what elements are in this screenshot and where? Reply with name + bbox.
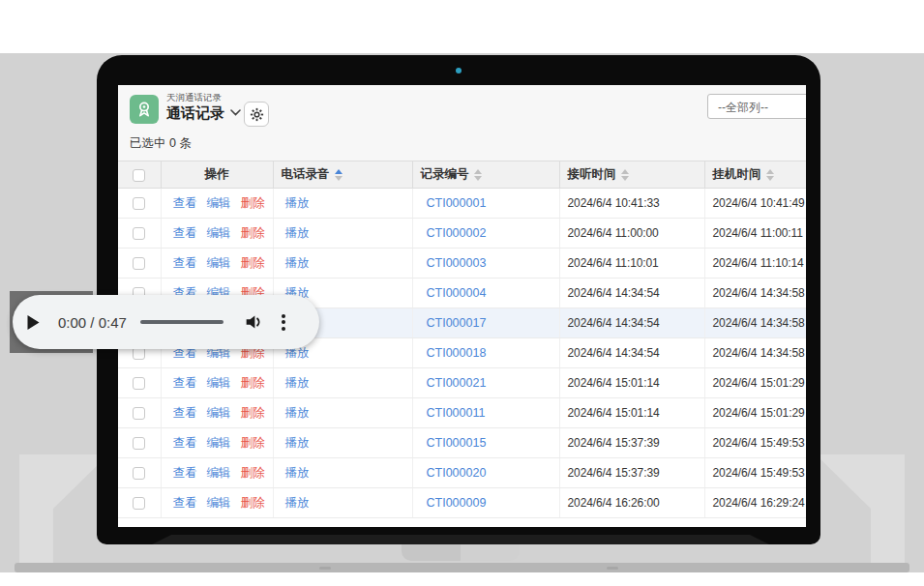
chevron-down-icon[interactable] [230, 109, 241, 116]
record-id-link[interactable]: CTI000002 [427, 226, 487, 240]
play-recording-link[interactable]: 播放 [285, 256, 310, 270]
delete-link[interactable]: 删除 [241, 496, 265, 510]
column-filter-select[interactable]: --全部列-- [707, 94, 806, 119]
record-id-cell: CTI000002 [412, 219, 559, 249]
play-recording-link[interactable]: 播放 [285, 496, 310, 510]
sort-arrows-icon[interactable] [335, 169, 343, 181]
row-checkbox-cell [118, 368, 161, 398]
actions-cell: 查看编辑删除 [161, 368, 273, 398]
delete-link[interactable]: 删除 [241, 196, 265, 210]
row-checkbox[interactable] [133, 407, 145, 420]
play-recording-link[interactable]: 播放 [285, 436, 310, 450]
row-checkbox[interactable] [133, 197, 145, 210]
column-label: 记录编号 [421, 167, 469, 181]
column-header-hangup_time[interactable]: 挂机时间 [704, 161, 806, 189]
column-header-answer_time[interactable]: 接听时间 [559, 161, 704, 189]
recording-cell: 播放 [273, 219, 412, 249]
table-header-checkbox-cell [118, 161, 161, 189]
view-link[interactable]: 查看 [173, 406, 197, 420]
edit-link[interactable]: 编辑 [207, 466, 231, 480]
column-header-actions: 操作 [161, 161, 273, 189]
view-link[interactable]: 查看 [173, 256, 197, 270]
audio-time: 0:00 / 0:47 [58, 314, 127, 331]
play-recording-link[interactable]: 播放 [285, 376, 310, 390]
select-all-checkbox[interactable] [133, 169, 145, 182]
play-recording-link[interactable]: 播放 [285, 466, 310, 480]
row-checkbox[interactable] [133, 347, 145, 360]
settings-button[interactable] [244, 102, 269, 127]
edit-link[interactable]: 编辑 [207, 196, 231, 210]
row-checkbox-cell [118, 219, 161, 249]
record-id-link[interactable]: CTI000017 [427, 316, 487, 330]
recording-cell: 播放 [273, 249, 412, 278]
row-checkbox[interactable] [133, 497, 145, 510]
edit-link[interactable]: 编辑 [207, 226, 231, 240]
play-recording-link[interactable]: 播放 [285, 226, 310, 240]
view-link[interactable]: 查看 [173, 496, 197, 510]
delete-link[interactable]: 删除 [241, 436, 265, 450]
actions-cell: 查看编辑删除 [161, 189, 273, 219]
view-link[interactable]: 查看 [173, 436, 197, 450]
delete-link[interactable]: 删除 [241, 376, 265, 390]
row-checkbox[interactable] [133, 437, 145, 450]
record-id-cell: CTI000001 [412, 189, 559, 219]
audio-menu-button[interactable] [278, 309, 289, 335]
row-checkbox-cell [118, 458, 161, 488]
delete-link[interactable]: 删除 [241, 256, 265, 270]
column-label: 挂机时间 [713, 167, 761, 181]
record-id-link[interactable]: CTI000021 [427, 376, 487, 390]
kebab-menu-icon [282, 314, 285, 331]
play-icon [26, 314, 41, 331]
view-link[interactable]: 查看 [173, 196, 197, 210]
record-id-link[interactable]: CTI000003 [427, 256, 487, 270]
view-link[interactable]: 查看 [173, 226, 197, 240]
gear-icon [250, 107, 264, 122]
record-id-link[interactable]: CTI000004 [427, 286, 487, 300]
record-id-link[interactable]: CTI000009 [427, 496, 487, 510]
row-checkbox[interactable] [133, 377, 145, 390]
app-titles: 天润通话记录 通话记录 [166, 92, 241, 122]
edit-link[interactable]: 编辑 [207, 376, 231, 390]
sort-arrows-icon[interactable] [766, 169, 774, 181]
sort-arrows-icon[interactable] [474, 169, 482, 181]
row-checkbox-cell [118, 249, 161, 278]
row-checkbox[interactable] [133, 227, 145, 240]
record-id-link[interactable]: CTI000015 [427, 436, 487, 450]
column-header-record_id[interactable]: 记录编号 [412, 161, 559, 189]
recording-cell: 播放 [273, 398, 412, 428]
delete-link[interactable]: 删除 [241, 406, 265, 420]
audio-progress-bar[interactable] [140, 320, 224, 324]
column-filter-value: --全部列-- [718, 101, 768, 114]
edit-link[interactable]: 编辑 [207, 496, 231, 510]
record-id-link[interactable]: CTI000011 [427, 406, 486, 420]
volume-button[interactable] [242, 310, 265, 334]
table-header: 操作电话录音记录编号接听时间挂机时间 [118, 161, 806, 189]
edit-link[interactable]: 编辑 [207, 406, 231, 420]
answer-time-cell: 2024/6/4 10:41:33 [559, 189, 704, 219]
row-checkbox[interactable] [133, 467, 145, 480]
play-recording-link[interactable]: 播放 [285, 196, 310, 210]
record-id-link[interactable]: CTI000020 [427, 466, 487, 480]
answer-time-cell: 2024/6/4 14:34:54 [559, 338, 704, 368]
laptop-foot [319, 567, 331, 570]
view-link[interactable]: 查看 [173, 466, 197, 480]
edit-link[interactable]: 编辑 [207, 256, 231, 270]
edit-link[interactable]: 编辑 [207, 436, 231, 450]
play-recording-link[interactable]: 播放 [285, 406, 310, 420]
view-link[interactable]: 查看 [173, 376, 197, 390]
record-id-cell: CTI000015 [412, 428, 559, 458]
record-id-link[interactable]: CTI000018 [427, 346, 487, 360]
delete-link[interactable]: 删除 [241, 466, 265, 480]
column-header-recording[interactable]: 电话录音 [273, 161, 412, 189]
recording-cell: 播放 [273, 368, 412, 398]
delete-link[interactable]: 删除 [241, 226, 265, 240]
recording-cell: 播放 [273, 189, 412, 219]
row-checkbox[interactable] [133, 257, 145, 270]
answer-time-cell: 2024/6/4 15:37:39 [559, 428, 704, 458]
record-id-cell: CTI000004 [412, 278, 559, 308]
play-button[interactable] [26, 313, 44, 331]
record-id-link[interactable]: CTI000001 [427, 196, 487, 210]
sort-arrows-icon[interactable] [621, 169, 629, 181]
laptop-lid-notch [402, 544, 520, 561]
laptop-hinge [135, 535, 774, 544]
